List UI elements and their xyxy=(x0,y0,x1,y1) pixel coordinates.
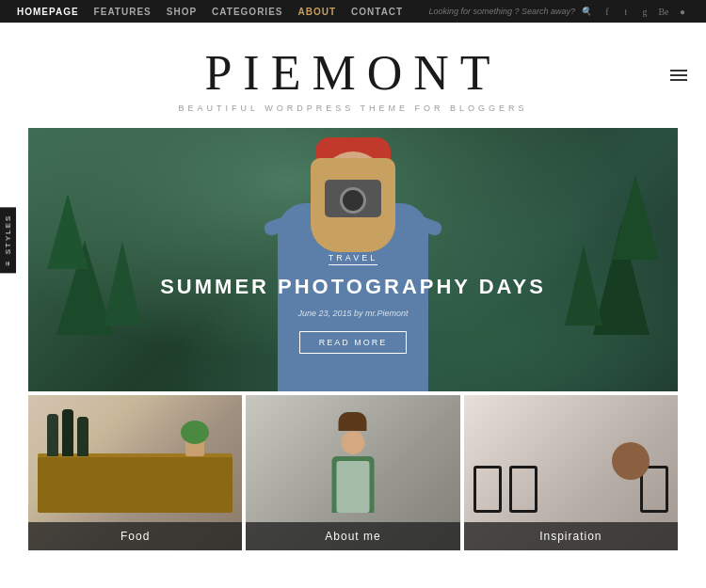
search-hint: Looking for something ? Search away? xyxy=(428,7,575,16)
about-figure xyxy=(331,433,374,513)
card-inspiration[interactable]: Inspiration xyxy=(464,395,678,550)
styles-label: Styles xyxy=(4,215,12,255)
nav-right: Looking for something ? Search away? 🔍 f… xyxy=(428,5,689,18)
nav-links: HOMEPAGE FEATURES SHOP CATEGORIES ABOUT … xyxy=(17,7,403,17)
top-navigation: HOMEPAGE FEATURES SHOP CATEGORIES ABOUT … xyxy=(0,0,706,23)
fig-apron xyxy=(336,461,369,513)
fig-hair xyxy=(339,412,367,431)
nav-contact[interactable]: CONTACT xyxy=(351,7,403,17)
card-food-label: Food xyxy=(28,522,242,550)
fig-head xyxy=(341,431,364,454)
camera xyxy=(325,180,381,217)
bottle-3 xyxy=(77,417,88,456)
search-area: Looking for something ? Search away? 🔍 xyxy=(428,7,591,16)
cafe-chairs xyxy=(473,414,668,513)
facebook-icon[interactable]: f xyxy=(601,5,614,18)
nav-categories[interactable]: CATEGORIES xyxy=(212,7,282,17)
hero-title: SUMMER PHOTOGRAPHY DAYS xyxy=(28,275,678,299)
nav-shop[interactable]: SHOP xyxy=(167,7,197,17)
bottle-1 xyxy=(47,414,58,456)
rss-icon[interactable]: ● xyxy=(676,5,689,18)
card-inspiration-label: Inspiration xyxy=(464,522,678,550)
behance-icon[interactable]: Be xyxy=(657,5,670,18)
card-about[interactable]: About me xyxy=(246,395,459,550)
food-shelf xyxy=(38,456,233,513)
hero-content: TRAVEL SUMMER PHOTOGRAPHY DAYS June 23, … xyxy=(28,247,678,354)
fig-body xyxy=(331,456,374,513)
bottle-2 xyxy=(62,409,73,456)
search-icon[interactable]: 🔍 xyxy=(581,7,591,16)
card-food[interactable]: Food xyxy=(28,395,242,550)
cafe-table xyxy=(612,442,650,480)
twitter-icon[interactable]: t xyxy=(619,5,633,18)
site-title: PIEMONT xyxy=(19,49,687,98)
site-header: PIEMONT BEAUTIFUL WORDPRESS THEME FOR BL… xyxy=(0,23,706,128)
hero-date: June 23, 2015 by mr.Piemont xyxy=(28,309,678,318)
styles-icon: ≡ xyxy=(4,260,12,266)
nav-homepage[interactable]: HOMEPAGE xyxy=(17,7,79,17)
styles-tab[interactable]: ≡ Styles xyxy=(0,207,16,273)
plant-decoration xyxy=(185,439,204,456)
chair-2 xyxy=(509,466,538,513)
cards-section: Food About me Inspiration xyxy=(0,391,706,550)
hero-category: TRAVEL xyxy=(329,253,377,265)
social-icons: f t g Be ● xyxy=(601,5,689,18)
hero-section: TRAVEL SUMMER PHOTOGRAPHY DAYS June 23, … xyxy=(28,128,678,391)
site-tagline: BEAUTIFUL WORDPRESS THEME FOR BLOGGERS xyxy=(19,103,687,113)
nav-about[interactable]: ABOUT xyxy=(298,7,337,17)
chair-1 xyxy=(473,466,502,513)
hamburger-menu[interactable] xyxy=(670,70,687,81)
googleplus-icon[interactable]: g xyxy=(638,5,651,18)
read-more-button[interactable]: READ MORE xyxy=(299,331,408,354)
card-about-label: About me xyxy=(246,522,459,550)
nav-features[interactable]: FEATURES xyxy=(94,7,152,17)
